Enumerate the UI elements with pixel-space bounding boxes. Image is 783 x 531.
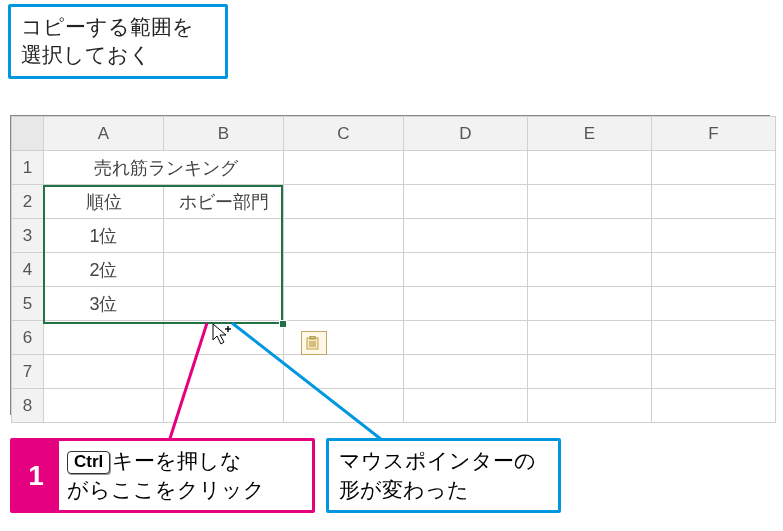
row-header-6[interactable]: 6 xyxy=(12,321,44,355)
step-text: Ctrlキーを押しな がらここをクリック xyxy=(59,441,273,510)
col-header-E[interactable]: E xyxy=(528,117,652,151)
cell[interactable] xyxy=(652,151,776,185)
sheet-grid[interactable]: A B C D E F 1 売れ筋ランキング 2 順位 ホビー部門 3 1位 xyxy=(11,116,776,423)
table-row: 7 xyxy=(12,355,776,389)
cell[interactable] xyxy=(652,185,776,219)
spreadsheet[interactable]: A B C D E F 1 売れ筋ランキング 2 順位 ホビー部門 3 1位 xyxy=(10,115,770,415)
cell-B3[interactable] xyxy=(164,219,284,253)
cell[interactable] xyxy=(404,151,528,185)
cell[interactable] xyxy=(404,185,528,219)
callout-text: コピーする範囲を 選択しておく xyxy=(21,15,194,66)
cell[interactable] xyxy=(652,321,776,355)
col-header-D[interactable]: D xyxy=(404,117,528,151)
callout-select-range: コピーする範囲を 選択しておく xyxy=(8,4,228,79)
cell[interactable] xyxy=(652,355,776,389)
cell-A4[interactable]: 2位 xyxy=(44,253,164,287)
cell[interactable] xyxy=(164,355,284,389)
table-row: 2 順位 ホビー部門 xyxy=(12,185,776,219)
row-header-3[interactable]: 3 xyxy=(12,219,44,253)
cell[interactable] xyxy=(284,389,404,423)
cell[interactable] xyxy=(284,219,404,253)
cell[interactable] xyxy=(404,355,528,389)
cell[interactable] xyxy=(404,219,528,253)
col-header-B[interactable]: B xyxy=(164,117,284,151)
cell-B5[interactable] xyxy=(164,287,284,321)
ctrl-key-badge: Ctrl xyxy=(67,451,110,473)
cell[interactable] xyxy=(528,219,652,253)
callout-cursor-changed: マウスポインターの 形が変わった xyxy=(326,438,561,513)
cell[interactable] xyxy=(284,151,404,185)
table-row: 3 1位 xyxy=(12,219,776,253)
cell[interactable] xyxy=(528,185,652,219)
cell[interactable] xyxy=(404,321,528,355)
table-row: 1 売れ筋ランキング xyxy=(12,151,776,185)
cell[interactable] xyxy=(164,389,284,423)
cell[interactable] xyxy=(528,151,652,185)
svg-rect-4 xyxy=(310,336,315,339)
table-row: 5 3位 xyxy=(12,287,776,321)
col-header-A[interactable]: A xyxy=(44,117,164,151)
row-header-8[interactable]: 8 xyxy=(12,389,44,423)
cell[interactable] xyxy=(284,185,404,219)
cell[interactable] xyxy=(652,219,776,253)
cell[interactable] xyxy=(164,321,284,355)
cell[interactable] xyxy=(528,287,652,321)
cell-A2[interactable]: 順位 xyxy=(44,185,164,219)
cell[interactable] xyxy=(284,287,404,321)
col-header-C[interactable]: C xyxy=(284,117,404,151)
cell-title[interactable]: 売れ筋ランキング xyxy=(44,151,284,185)
cell[interactable] xyxy=(284,253,404,287)
cell[interactable] xyxy=(404,389,528,423)
col-header-F[interactable]: F xyxy=(652,117,776,151)
cell-A3[interactable]: 1位 xyxy=(44,219,164,253)
row-header-7[interactable]: 7 xyxy=(12,355,44,389)
callout-text: マウスポインターの 形が変わった xyxy=(339,449,536,500)
select-all-corner[interactable] xyxy=(12,117,44,151)
step-number: 1 xyxy=(13,441,59,510)
paste-options-icon[interactable] xyxy=(301,331,327,355)
row-header-5[interactable]: 5 xyxy=(12,287,44,321)
fill-handle[interactable] xyxy=(279,320,287,328)
cell[interactable] xyxy=(284,355,404,389)
table-row: 4 2位 xyxy=(12,253,776,287)
callout-ctrl-click: 1 Ctrlキーを押しな がらここをクリック xyxy=(10,438,315,513)
cell[interactable] xyxy=(44,355,164,389)
cell[interactable] xyxy=(404,287,528,321)
table-row: 6 xyxy=(12,321,776,355)
table-row: 8 xyxy=(12,389,776,423)
cell-B2[interactable]: ホビー部門 xyxy=(164,185,284,219)
cell[interactable] xyxy=(44,321,164,355)
cell[interactable] xyxy=(528,389,652,423)
row-header-4[interactable]: 4 xyxy=(12,253,44,287)
cell[interactable] xyxy=(652,253,776,287)
cell[interactable] xyxy=(528,321,652,355)
row-header-2[interactable]: 2 xyxy=(12,185,44,219)
row-header-1[interactable]: 1 xyxy=(12,151,44,185)
cell[interactable] xyxy=(528,253,652,287)
column-header-row: A B C D E F xyxy=(12,117,776,151)
cell[interactable] xyxy=(404,253,528,287)
cell-B4[interactable] xyxy=(164,253,284,287)
cell[interactable] xyxy=(652,287,776,321)
cell[interactable] xyxy=(528,355,652,389)
cell[interactable] xyxy=(652,389,776,423)
cell-A5[interactable]: 3位 xyxy=(44,287,164,321)
cell[interactable] xyxy=(44,389,164,423)
